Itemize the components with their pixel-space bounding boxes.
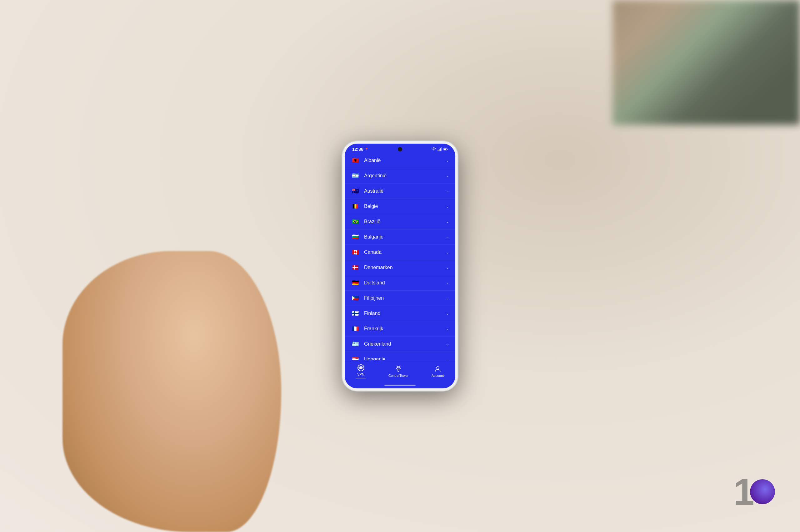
vpn-label: VPN <box>357 373 364 376</box>
account-icon <box>434 365 441 373</box>
svg-point-12 <box>437 366 439 369</box>
chevron-down-icon: ⌄ <box>446 189 449 193</box>
country-name: Denemarken <box>364 265 446 270</box>
nav-control-tower[interactable]: ControlTower <box>382 364 415 379</box>
country-name: Albanië <box>364 158 446 163</box>
country-name: Australië <box>364 188 446 194</box>
watermark-circle <box>750 479 775 504</box>
country-name: Duitsland <box>364 280 446 286</box>
flag-circle: 🇬🇷 <box>351 340 360 348</box>
svg-rect-9 <box>398 369 399 372</box>
country-name: Griekenland <box>364 341 446 347</box>
flag-circle: 🇫🇮 <box>351 309 360 318</box>
svg-rect-1 <box>439 149 439 151</box>
country-list: 🇦🇱 Albanië ⌄ 🇦🇷 Argentinië ⌄ 🇦🇺 Australi… <box>345 153 455 360</box>
vpn-icon <box>357 364 365 372</box>
chevron-down-icon: ⌄ <box>446 235 449 239</box>
country-item[interactable]: 🇫🇮 Finland ⌄ <box>345 306 455 321</box>
svg-rect-5 <box>447 149 448 150</box>
country-item[interactable]: 🇧🇬 Bulgarije ⌄ <box>345 229 455 245</box>
nav-vpn[interactable]: VPN <box>350 363 372 380</box>
country-item[interactable]: 🇩🇰 Denemarken ⌄ <box>345 260 455 276</box>
chevron-down-icon: ⌄ <box>446 357 449 360</box>
flag-circle: 🇦🇱 <box>351 156 360 165</box>
flag-circle: 🇧🇬 <box>351 233 360 241</box>
chevron-down-icon: ⌄ <box>446 281 449 285</box>
watermark-number: 1 <box>733 470 752 513</box>
flag-circle: 🇩🇰 <box>351 263 360 272</box>
country-name: België <box>364 204 446 209</box>
country-item[interactable]: 🇦🇷 Argentinië ⌄ <box>345 168 455 184</box>
svg-rect-3 <box>441 147 441 151</box>
chevron-down-icon: ⌄ <box>446 220 449 224</box>
time-text: 12:36 <box>352 147 363 152</box>
wifi-icon <box>432 147 436 151</box>
country-item[interactable]: 🇭🇺 Hongarije ⌄ <box>345 352 455 360</box>
phone: 12:36 📍 <box>342 141 458 391</box>
flag-circle: 🇵🇭 <box>351 294 360 303</box>
country-item[interactable]: 🇧🇷 Brazilië ⌄ <box>345 214 455 229</box>
country-item[interactable]: 🇧🇪 België ⌄ <box>345 199 455 214</box>
flag-circle: 🇧🇪 <box>351 202 360 211</box>
flag-circle: 🇩🇪 <box>351 279 360 287</box>
svg-rect-6 <box>444 149 446 150</box>
phone-screen: 12:36 📍 <box>345 144 455 388</box>
home-indicator <box>384 385 416 386</box>
account-label: Account <box>432 374 444 378</box>
chevron-down-icon: ⌄ <box>446 204 449 209</box>
status-bar: 12:36 📍 <box>345 144 455 153</box>
chevron-down-icon: ⌄ <box>446 296 449 300</box>
country-name: Brazilië <box>364 219 446 225</box>
chevron-down-icon: ⌄ <box>446 265 449 270</box>
svg-rect-0 <box>438 150 438 151</box>
battery-icon <box>443 147 448 151</box>
flag-circle: 🇫🇷 <box>351 324 360 333</box>
country-name: Filipijnen <box>364 295 446 301</box>
country-name: Finland <box>364 311 446 316</box>
control-tower-icon <box>395 365 402 373</box>
status-icons <box>432 147 448 151</box>
country-name: Argentinië <box>364 173 446 178</box>
flag-circle: 🇧🇷 <box>351 217 360 226</box>
country-name: Canada <box>364 249 446 255</box>
country-name: Hongarije <box>364 357 446 360</box>
background-books <box>613 0 800 125</box>
country-name: Frankrijk <box>364 326 446 331</box>
flag-circle: 🇦🇷 <box>351 171 360 180</box>
chevron-down-icon: ⌄ <box>446 327 449 331</box>
country-name: Bulgarije <box>364 234 446 240</box>
flag-circle: 🇨🇦 <box>351 248 360 256</box>
chevron-down-icon: ⌄ <box>446 250 449 254</box>
chevron-down-icon: ⌄ <box>446 158 449 163</box>
country-item[interactable]: 🇵🇭 Filipijnen ⌄ <box>345 291 455 306</box>
bottom-nav[interactable]: VPN ControlTower Account <box>345 360 455 385</box>
chevron-down-icon: ⌄ <box>446 311 449 316</box>
country-item[interactable]: 🇨🇦 Canada ⌄ <box>345 245 455 260</box>
country-item[interactable]: 🇬🇷 Griekenland ⌄ <box>345 337 455 352</box>
camera-notch <box>398 147 402 151</box>
country-item[interactable]: 🇦🇺 Australië ⌄ <box>345 184 455 199</box>
signal-icon <box>437 147 442 151</box>
flag-circle: 🇭🇺 <box>351 355 360 360</box>
hand <box>62 251 281 532</box>
svg-rect-2 <box>440 148 441 151</box>
nav-account[interactable]: Account <box>425 364 450 379</box>
watermark: 1 <box>733 470 775 513</box>
country-item[interactable]: 🇩🇪 Duitsland ⌄ <box>345 276 455 291</box>
svg-rect-8 <box>360 366 362 369</box>
chevron-down-icon: ⌄ <box>446 342 449 346</box>
pin-icon: 📍 <box>365 148 368 151</box>
flag-circle: 🇦🇺 <box>351 187 360 195</box>
country-item[interactable]: 🇫🇷 Frankrijk ⌄ <box>345 321 455 337</box>
status-time: 12:36 📍 <box>352 147 368 152</box>
country-item[interactable]: 🇦🇱 Albanië ⌄ <box>345 153 455 168</box>
chevron-down-icon: ⌄ <box>446 174 449 178</box>
control-tower-label: ControlTower <box>388 374 409 378</box>
